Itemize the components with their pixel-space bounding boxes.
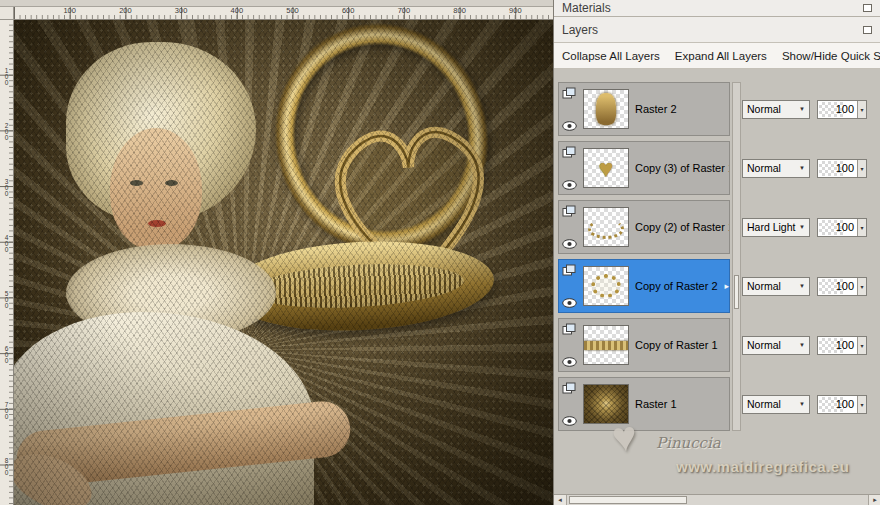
chevron-down-icon <box>799 283 805 289</box>
chevron-down-icon <box>799 224 805 230</box>
ruler-label: 800 <box>1 457 11 475</box>
blend-mode-dropdown[interactable]: Normal <box>742 336 810 355</box>
ruler-label: 200 <box>119 7 132 15</box>
ruler-label: 100 <box>1 67 11 85</box>
layer-row-main[interactable]: Copy of Raster 1 <box>558 318 730 372</box>
chevron-down-icon <box>799 401 805 407</box>
layer-row-controls: Normal 100 <box>742 159 867 178</box>
ruler-label: 500 <box>286 7 299 15</box>
layer-icon-column <box>559 260 581 312</box>
woman-eye <box>165 180 178 186</box>
opacity-field[interactable]: 100 <box>817 218 867 237</box>
visibility-eye-icon[interactable] <box>562 357 581 367</box>
ruler-label: 700 <box>1 401 11 419</box>
window-top-strip <box>0 0 553 7</box>
layer-thumbnail[interactable] <box>583 266 629 306</box>
ruler-label: 300 <box>1 178 11 196</box>
blend-mode-dropdown[interactable]: Normal <box>742 100 810 119</box>
layer-row-controls: Normal 100 <box>742 395 867 414</box>
opacity-field[interactable]: 100 <box>817 100 867 119</box>
blend-mode-value: Hard Light <box>747 221 795 233</box>
ruler-label: 200 <box>1 122 11 140</box>
woman-face <box>110 128 202 250</box>
layer-icon-column <box>559 201 581 253</box>
opacity-field[interactable]: 100 <box>817 336 867 355</box>
layer-thumbnail[interactable] <box>583 148 629 188</box>
opacity-spinner-icon[interactable] <box>857 219 866 236</box>
layer-row[interactable]: Raster 2 Normal 100 <box>558 82 876 136</box>
palettes-panel: Materials Layers Collapse All LayersExpa… <box>553 0 880 505</box>
opacity-spinner-icon[interactable] <box>857 396 866 413</box>
layers-toolbar: Collapse All LayersExpand All LayersShow… <box>554 43 880 69</box>
layer-row[interactable]: Copy of Raster 1 Normal 100 <box>558 318 876 372</box>
blend-mode-dropdown[interactable]: Normal <box>742 277 810 296</box>
layers-vertical-scrollbar[interactable] <box>732 82 741 431</box>
layers-restore-icon[interactable] <box>863 26 872 34</box>
layer-icon-column <box>559 83 581 135</box>
materials-panel-header: Materials <box>554 0 880 17</box>
ruler-label: 600 <box>342 7 355 15</box>
layer-row[interactable]: Copy (3) of Raster 1 Normal 100 <box>558 141 876 195</box>
canvas-image[interactable] <box>14 20 553 505</box>
visibility-eye-icon[interactable] <box>562 121 581 131</box>
opacity-value: 100 <box>836 162 854 174</box>
blend-mode-dropdown[interactable]: Normal <box>742 159 810 178</box>
blend-mode-dropdown[interactable]: Normal <box>742 395 810 414</box>
layers-horizontal-scrollbar[interactable] <box>554 494 880 505</box>
layer-row-main[interactable]: Copy (3) of Raster 1 <box>558 141 730 195</box>
blend-mode-dropdown[interactable]: Hard Light <box>742 218 810 237</box>
layer-type-icon <box>562 146 581 158</box>
opacity-spinner-icon[interactable] <box>857 160 866 177</box>
layer-row-controls: Normal 100 <box>742 277 867 296</box>
opacity-field[interactable]: 100 <box>817 159 867 178</box>
scroll-right-icon[interactable] <box>868 495 880 505</box>
layer-thumbnail[interactable] <box>583 89 629 129</box>
visibility-eye-icon[interactable] <box>562 180 581 190</box>
blend-mode-value: Normal <box>747 103 781 115</box>
chevron-down-icon <box>799 165 805 171</box>
opacity-field[interactable]: 100 <box>817 277 867 296</box>
toolbar-item[interactable]: Show/Hide Quick Sear <box>782 50 880 62</box>
opacity-spinner-icon[interactable] <box>857 337 866 354</box>
blend-mode-value: Normal <box>747 339 781 351</box>
toolbar-item[interactable]: Expand All Layers <box>675 50 767 62</box>
opacity-spinner-icon[interactable] <box>857 101 866 118</box>
horizontal-ruler[interactable]: 100200300400500600700800900 <box>14 7 553 20</box>
scrollbar-thumb[interactable] <box>734 275 739 309</box>
layer-row-main[interactable]: Raster 1 <box>558 377 730 431</box>
materials-restore-icon[interactable] <box>863 4 872 12</box>
layer-type-icon <box>562 87 581 99</box>
scrollbar-thumb[interactable] <box>569 496 687 504</box>
opacity-spinner-icon[interactable] <box>857 278 866 295</box>
woman-lips <box>148 220 166 227</box>
flyout-arrow-icon[interactable] <box>724 282 729 291</box>
layer-name: Raster 1 <box>635 398 729 410</box>
visibility-eye-icon[interactable] <box>562 416 581 426</box>
vertical-ruler[interactable]: 100200300400500600700800 <box>0 20 14 505</box>
layer-row[interactable]: Copy (2) of Raster 1 Hard Light 100 <box>558 200 876 254</box>
opacity-field[interactable]: 100 <box>817 395 867 414</box>
layer-row-controls: Hard Light 100 <box>742 218 867 237</box>
toolbar-item[interactable]: Collapse All Layers <box>562 50 660 62</box>
ruler-label: 800 <box>453 7 466 15</box>
layer-thumbnail[interactable] <box>583 325 629 365</box>
layer-icon-column <box>559 378 581 430</box>
layer-icon-column <box>559 142 581 194</box>
layer-row-main[interactable]: Copy of Raster 2 <box>558 259 730 313</box>
layers-panel-title: Layers <box>562 23 598 37</box>
document-area: 100200300400500600700800900 100200300400… <box>0 0 553 505</box>
layer-thumbnail[interactable] <box>583 207 629 247</box>
visibility-eye-icon[interactable] <box>562 239 581 249</box>
layer-row-main[interactable]: Copy (2) of Raster 1 <box>558 200 730 254</box>
scroll-left-icon[interactable] <box>554 495 567 505</box>
ruler-label: 600 <box>1 345 11 363</box>
layer-row-main[interactable]: Raster 2 <box>558 82 730 136</box>
layer-type-icon <box>562 205 581 217</box>
layer-name: Raster 2 <box>635 103 729 115</box>
layer-thumbnail[interactable] <box>583 384 629 424</box>
layer-row[interactable]: Copy of Raster 2 Normal 100 <box>558 259 876 313</box>
layers-panel-header: Layers <box>554 17 880 43</box>
visibility-eye-icon[interactable] <box>562 298 581 308</box>
layer-row[interactable]: Raster 1 Normal 100 <box>558 377 876 431</box>
app-window: 100200300400500600700800900 100200300400… <box>0 0 880 505</box>
